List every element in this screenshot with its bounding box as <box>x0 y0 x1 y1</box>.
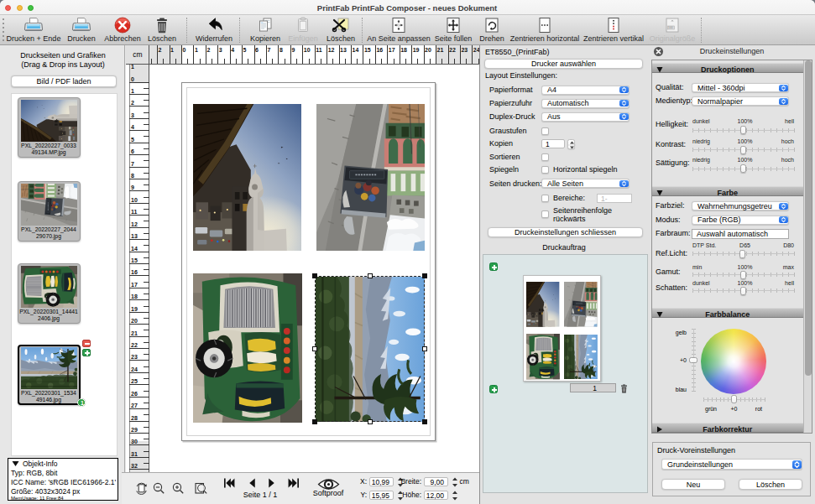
svg-text:100: 100 <box>668 26 673 29</box>
